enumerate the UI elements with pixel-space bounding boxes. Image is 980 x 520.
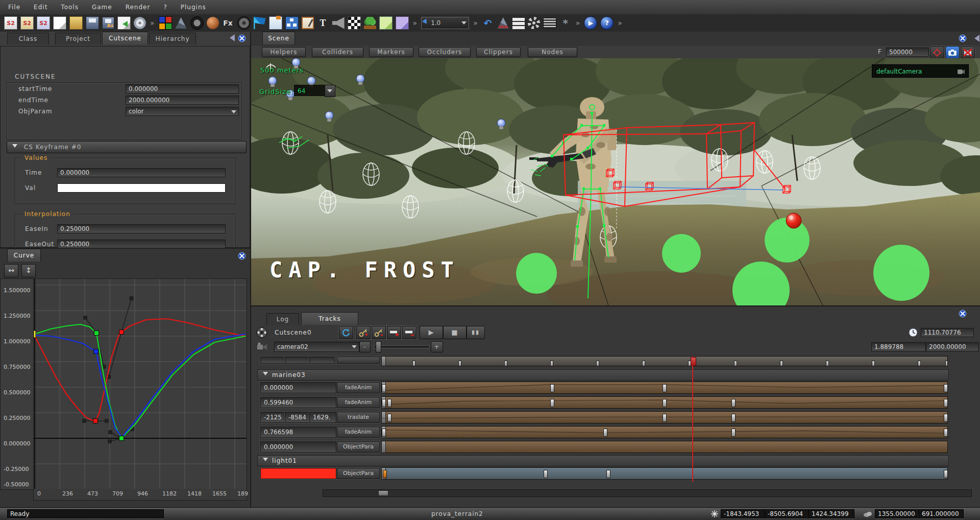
track-lane[interactable] (381, 411, 948, 423)
play-button[interactable]: ▶ (420, 326, 443, 339)
keyframe-marker[interactable] (944, 414, 948, 422)
keyframe-marker[interactable] (550, 399, 554, 407)
node-hierarchy-icon[interactable] (285, 16, 299, 30)
keyframe-marker[interactable] (606, 470, 610, 478)
s2-new-scene-icon[interactable]: S2 (4, 16, 17, 30)
keyframe-marker[interactable] (382, 399, 386, 407)
detach-panel-icon[interactable] (959, 34, 967, 42)
settings-gear-icon[interactable] (528, 17, 540, 29)
menu-file[interactable]: File (8, 4, 20, 11)
track-type-button[interactable]: fadeAnim (337, 397, 380, 408)
track-color-swatch[interactable] (260, 468, 336, 479)
filter-nodes-button[interactable]: Nodes (528, 47, 577, 57)
detach-panel-icon[interactable] (238, 252, 246, 260)
keyframe-marker[interactable] (944, 429, 948, 437)
keyframe-marker[interactable] (382, 384, 386, 392)
tab-project[interactable]: Project (55, 33, 101, 44)
keyframe-marker[interactable] (550, 384, 554, 392)
wheel-physics-icon[interactable] (190, 16, 204, 30)
toolbar-overflow-chevron[interactable]: » (472, 19, 479, 27)
keyframe-marker[interactable] (603, 429, 607, 437)
zoom-out-button[interactable]: - (359, 341, 371, 352)
track-value-field[interactable]: 1629. (309, 412, 336, 423)
camera-select[interactable]: camera02 (274, 342, 359, 352)
menu-plugins[interactable]: Plugins (181, 4, 206, 11)
checker-material-icon[interactable] (348, 16, 361, 30)
objparam-select[interactable]: color (126, 107, 239, 116)
gridsize-select[interactable]: 64 (294, 85, 326, 96)
film-reel-icon[interactable] (237, 16, 251, 30)
toolbar-overflow-chevron[interactable]: » (575, 19, 581, 27)
tab-class[interactable]: Class (7, 33, 49, 44)
time-field[interactable]: 0.000000 (57, 168, 226, 177)
keyframe-marker-orange[interactable] (383, 470, 387, 478)
text-tool-icon[interactable]: T (317, 17, 329, 29)
track-type-button[interactable] (337, 357, 380, 364)
tab-cutscene[interactable]: Cutscene (102, 32, 148, 44)
track-type-button[interactable]: ObjectPara (337, 441, 380, 453)
menu-tools[interactable]: Tools (61, 4, 79, 11)
stop-button[interactable]: ■ (443, 326, 467, 339)
speaker-sound-icon[interactable] (332, 17, 345, 29)
keyframe-collapse-header[interactable]: CS Keyframe #0 (7, 141, 247, 153)
f-value-field[interactable]: 500000 (886, 48, 929, 57)
keyframe-marker[interactable] (387, 399, 391, 407)
collapse-right-icon[interactable] (971, 35, 979, 42)
keyframe-marker[interactable] (944, 399, 948, 407)
track-lane[interactable] (381, 396, 948, 409)
note-purple-icon[interactable] (396, 16, 409, 30)
keyframe-marker[interactable] (382, 429, 386, 437)
vegetation-icon[interactable] (364, 17, 376, 29)
track-value-field[interactable]: -2125 (260, 412, 285, 423)
track-type-button[interactable]: ObjectPara (337, 468, 380, 479)
toolbar-overflow-chevron[interactable]: » (149, 19, 156, 27)
s2-open-scene-icon[interactable]: S2 (20, 16, 34, 30)
tab-hierarchy[interactable]: Hierarchy (149, 33, 196, 44)
refresh-button[interactable] (339, 326, 353, 339)
timeline-ruler[interactable] (381, 356, 948, 366)
terrain-icon[interactable] (175, 17, 187, 29)
keyframe-marker[interactable] (544, 470, 548, 478)
track-value-field[interactable]: 0.000000 (260, 441, 336, 453)
remove-track-button[interactable] (402, 326, 416, 339)
default-camera-label[interactable]: defaultCamera (872, 64, 969, 78)
track-value-field[interactable] (285, 357, 310, 364)
keyframe-marker[interactable] (731, 414, 736, 422)
zoom-in-button[interactable]: + (431, 341, 443, 352)
val-color-field[interactable] (57, 183, 226, 193)
filter-markers-button[interactable]: Markers (369, 47, 413, 57)
track-group-light01[interactable]: light01 (257, 455, 949, 466)
keyframe-marker[interactable] (944, 470, 948, 478)
track-lane[interactable] (381, 382, 948, 394)
track-group-marine03[interactable]: marine03 (257, 369, 949, 381)
toolbar-overflow-chevron[interactable]: » (617, 19, 623, 27)
playhead-line[interactable] (692, 356, 693, 482)
keyframe-marker[interactable] (663, 414, 667, 422)
current-time-field[interactable]: 1110.70776 (921, 328, 974, 337)
timeline-scrollbar[interactable] (323, 489, 972, 497)
menu-render[interactable]: Render (126, 4, 151, 11)
zoom-select[interactable]: 1.0 (421, 17, 469, 29)
detach-panel-icon[interactable] (238, 34, 246, 42)
keyframe-marker[interactable] (944, 384, 948, 392)
timeline-zoom-slider[interactable] (374, 345, 430, 348)
track-value-field[interactable]: 0.599460 (260, 397, 336, 408)
import-file-icon[interactable] (117, 16, 131, 30)
filter-occluders-button[interactable]: Occluders (419, 47, 471, 57)
fit-horizontal-button[interactable]: ↔ (4, 264, 18, 277)
clipboard-notes-icon[interactable] (302, 17, 314, 29)
new-document-icon[interactable] (53, 16, 66, 30)
track-value-field[interactable]: 0.000000 (260, 382, 336, 393)
snowflake-freeze-icon[interactable]: * (559, 17, 572, 29)
terrain-new-icon[interactable]: NEW (497, 17, 509, 29)
record-target-button[interactable] (930, 46, 944, 59)
tab-scene[interactable]: Scene (262, 32, 295, 44)
fit-vertical-button[interactable]: ↕ (21, 264, 36, 277)
range-start-field[interactable]: 1.889788 (871, 342, 926, 351)
detach-panel-icon[interactable] (959, 310, 967, 318)
open-folder-icon[interactable] (69, 16, 83, 30)
keyframe-marker[interactable] (387, 414, 391, 422)
tab-tracks[interactable]: Tracks (301, 312, 358, 325)
script-document-icon[interactable] (269, 16, 282, 30)
track-type-button[interactable]: fadeAnim (337, 382, 380, 393)
